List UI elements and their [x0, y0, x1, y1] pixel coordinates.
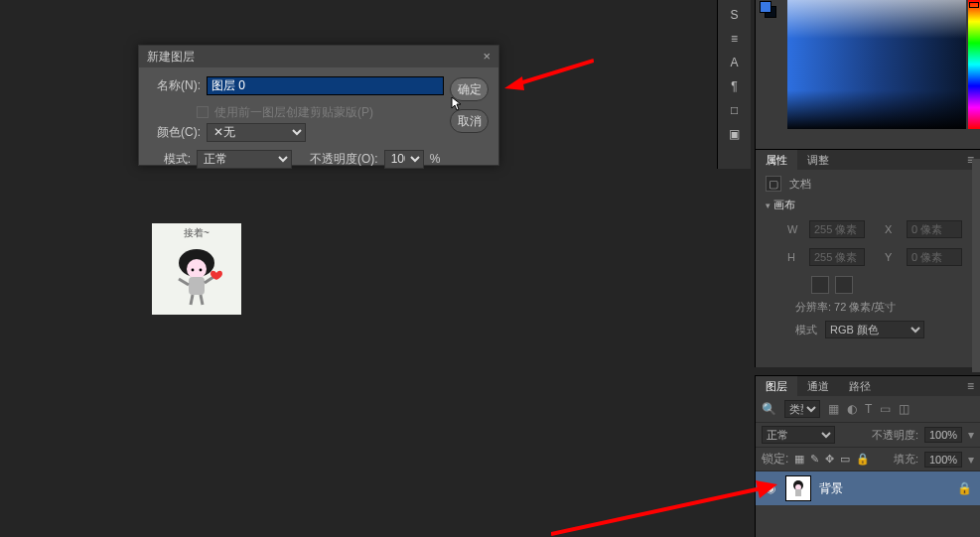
tab-paths[interactable]: 路径 [839, 376, 881, 396]
document-label: 文档 [789, 177, 811, 192]
svg-point-4 [192, 269, 195, 272]
color-mode-label: 模式 [795, 323, 817, 337]
swatches-icon[interactable]: □ [724, 101, 746, 119]
svg-point-5 [200, 269, 203, 272]
layer-blend-select[interactable]: 正常 [762, 426, 835, 444]
clip-mask-checkbox[interactable] [197, 106, 209, 118]
libraries-icon[interactable]: ▣ [724, 125, 746, 143]
h-label: H [787, 251, 801, 263]
x-field[interactable] [907, 220, 962, 238]
svg-line-0 [516, 61, 594, 84]
chevron-down-icon[interactable]: ▾ [968, 428, 974, 442]
properties-panel: 属性 调整 ≡ ▢ 文档 画布 ⇅ W X H Y [755, 149, 980, 367]
fg-swatch[interactable] [760, 1, 771, 13]
width-field[interactable] [809, 220, 865, 238]
percent-label: % [430, 152, 441, 166]
filter-adjust-icon[interactable]: ◐ [847, 402, 857, 416]
layer-color-select[interactable]: ✕无 [207, 123, 306, 142]
character-figure [167, 245, 226, 309]
filter-shape-icon[interactable]: ▭ [880, 402, 891, 416]
tab-layers[interactable]: 图层 [756, 376, 797, 396]
filter-icons[interactable]: ▦ ◐ T ▭ ◫ [828, 402, 910, 416]
lock-position-icon[interactable]: ✥ [825, 453, 834, 466]
panel-scrollbar[interactable] [972, 159, 980, 372]
fill-label: 填充: [894, 452, 918, 467]
color-panel [755, 0, 980, 149]
tab-channels[interactable]: 通道 [797, 376, 839, 396]
hue-slider[interactable] [968, 0, 980, 129]
filter-kind-select[interactable]: 类型 [784, 400, 820, 418]
document-icon: ▢ [766, 176, 781, 192]
portrait-icon[interactable] [811, 276, 829, 294]
styles-icon[interactable]: S [724, 6, 746, 24]
layer-name-input[interactable] [207, 76, 444, 95]
cancel-button[interactable]: 取消 [450, 109, 489, 133]
svg-marker-1 [504, 76, 524, 90]
filter-type-icon[interactable]: T [865, 402, 872, 416]
layers-menu-icon[interactable]: ≡ [961, 376, 980, 396]
foreground-background-swatch[interactable] [756, 0, 784, 20]
layer-name[interactable]: 背景 [819, 480, 949, 497]
clip-mask-label: 使用前一图层创建剪贴蒙版(P) [214, 104, 373, 121]
chevron-down-icon[interactable]: ▾ [968, 453, 974, 467]
visibility-icon[interactable]: ◉ [764, 481, 777, 495]
hue-indicator [969, 2, 979, 8]
lock-all-icon[interactable]: ▦ [794, 453, 804, 466]
layers-panel: 图层 通道 路径 ≡ 🔍 类型 ▦ ◐ T ▭ ◫ 正常 不透明度: ▾ 锁定:… [755, 375, 980, 537]
collapsed-panel-strip: S ≡ A ¶ □ ▣ [717, 0, 751, 169]
svg-line-9 [191, 295, 193, 305]
tab-adjustments[interactable]: 调整 [797, 150, 839, 170]
annotation-arrow-ok [504, 55, 594, 96]
height-field[interactable] [809, 248, 865, 266]
lock-label: 锁定: [762, 451, 788, 468]
layer-opacity-field[interactable] [924, 427, 962, 443]
svg-rect-13 [795, 489, 801, 496]
layer-opacity-label: 不透明度: [872, 428, 918, 443]
paragraph-icon[interactable]: ≡ [724, 30, 746, 48]
color-mode-select[interactable]: RGB 颜色 [825, 321, 924, 338]
x-label: X [885, 223, 899, 235]
lock-pixel-icon[interactable]: ✎ [810, 453, 819, 466]
dialog-titlebar[interactable]: 新建图层 × [139, 46, 498, 67]
y-label: Y [885, 251, 899, 263]
layer-thumbnail[interactable] [785, 475, 811, 501]
search-icon[interactable]: 🔍 [762, 402, 776, 416]
mode-label: 模式: [149, 151, 197, 168]
filter-smart-icon[interactable]: ◫ [899, 402, 910, 416]
character-icon[interactable]: A [724, 54, 746, 71]
w-label: W [787, 223, 801, 235]
opacity-label: 不透明度(O): [310, 151, 384, 168]
color-spectrum[interactable] [787, 0, 966, 129]
layer-lock-icon[interactable]: 🔒 [957, 481, 972, 495]
canvas-image[interactable]: 接着~ [152, 223, 241, 315]
blend-mode-select[interactable]: 正常 [197, 150, 292, 169]
thumb-caption: 接着~ [184, 226, 210, 240]
svg-point-3 [187, 259, 207, 279]
name-label: 名称(N): [149, 77, 207, 94]
svg-line-10 [201, 295, 203, 305]
ok-button[interactable]: 确定 [450, 77, 489, 101]
svg-line-7 [179, 279, 189, 285]
new-layer-dialog: 新建图层 × 名称(N): 使用前一图层创建剪贴蒙版(P) 颜色(C): ✕无 … [138, 45, 499, 166]
lock-icon[interactable]: 🔒 [856, 453, 870, 466]
y-field[interactable] [907, 248, 962, 266]
landscape-icon[interactable] [835, 276, 853, 294]
layer-row-background[interactable]: ◉ 背景 🔒 [756, 471, 980, 505]
glyph-icon[interactable]: ¶ [724, 77, 746, 95]
tab-properties[interactable]: 属性 [756, 150, 797, 170]
lock-artboard-icon[interactable]: ▭ [840, 453, 850, 466]
close-icon[interactable]: × [483, 46, 490, 67]
color-label: 颜色(C): [149, 124, 207, 141]
fill-field[interactable] [924, 452, 962, 468]
filter-pixel-icon[interactable]: ▦ [828, 402, 839, 416]
resolution-label: 分辨率: 72 像素/英寸 [795, 300, 896, 315]
dialog-title: 新建图层 [147, 46, 195, 67]
svg-line-14 [551, 488, 762, 534]
opacity-select[interactable]: 100 [384, 150, 424, 169]
canvas-section[interactable]: 画布 [766, 198, 970, 212]
svg-rect-6 [189, 277, 205, 295]
annotation-arrow-layer [551, 467, 779, 536]
